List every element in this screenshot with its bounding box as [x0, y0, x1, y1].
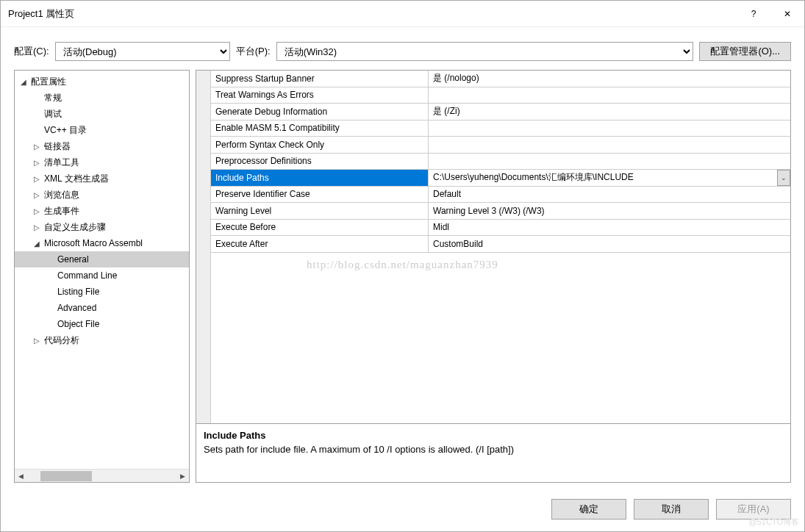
scroll-thumb[interactable]: [40, 471, 92, 481]
chevron-down-icon[interactable]: ⌄: [777, 170, 790, 186]
tree[interactable]: ◢配置属性常规调试VC++ 目录▷链接器▷清单工具▷XML 文档生成器▷浏览信息…: [15, 71, 189, 469]
titlebar: Project1 属性页 ? ✕: [1, 1, 804, 27]
property-value[interactable]: Warning Level 3 (/W3) (/W3): [429, 203, 790, 219]
property-value-text: Warning Level 3 (/W3) (/W3): [433, 206, 545, 216]
property-row[interactable]: Include PathsC:\Users\yuheng\Documents\汇…: [211, 170, 790, 187]
scroll-right-icon[interactable]: ▶: [176, 470, 189, 482]
property-row[interactable]: Treat Warnings As Errors: [211, 87, 790, 104]
property-row[interactable]: Execute BeforeMidl: [211, 220, 790, 237]
property-name: Generate Debug Information: [211, 104, 429, 120]
config-select[interactable]: 活动(Debug): [55, 42, 230, 61]
cancel-button[interactable]: 取消: [634, 499, 709, 520]
property-name: Enable MASM 5.1 Compatibility: [211, 121, 429, 137]
tree-item-manifest-tool[interactable]: ▷清单工具: [15, 154, 189, 170]
tree-item-label: 常规: [41, 92, 62, 104]
expand-arrow-icon[interactable]: ▷: [32, 143, 41, 151]
tree-item-build-events[interactable]: ▷生成事件: [15, 203, 189, 219]
tree-item-linker[interactable]: ▷链接器: [15, 138, 189, 154]
property-value[interactable]: 是 (/nologo): [429, 71, 790, 87]
expand-arrow-icon[interactable]: ▷: [32, 175, 41, 183]
property-value-text: CustomBuild: [433, 239, 483, 249]
tree-item-browse-info[interactable]: ▷浏览信息: [15, 187, 189, 203]
corner-watermark: @51CTO博客: [749, 517, 799, 528]
close-icon: ✕: [784, 9, 791, 19]
property-grid-panel: Suppress Startup Banner是 (/nologo)Treat …: [196, 70, 791, 483]
tree-item-masm[interactable]: ◢Microsoft Macro Assembl: [15, 235, 189, 251]
tree-item-custom-build-step[interactable]: ▷自定义生成步骤: [15, 219, 189, 235]
tree-item-masm-object[interactable]: Object File: [15, 316, 189, 332]
tree-item-label: 浏览信息: [41, 189, 79, 201]
tree-panel: ◢配置属性常规调试VC++ 目录▷链接器▷清单工具▷XML 文档生成器▷浏览信息…: [14, 70, 190, 483]
property-row[interactable]: Preprocessor Definitions: [211, 154, 790, 170]
expand-arrow-icon[interactable]: ▷: [32, 223, 41, 231]
property-value[interactable]: Default: [429, 187, 790, 203]
property-name: Preserve Identifier Case: [211, 187, 429, 203]
property-name: Preprocessor Definitions: [211, 154, 429, 170]
ok-button[interactable]: 确定: [551, 499, 626, 520]
help-icon: ?: [751, 9, 756, 19]
property-row[interactable]: Enable MASM 5.1 Compatibility: [211, 121, 790, 137]
property-row[interactable]: Warning LevelWarning Level 3 (/W3) (/W3): [211, 203, 790, 220]
property-name: Treat Warnings As Errors: [211, 87, 429, 104]
property-name: Execute Before: [211, 220, 429, 236]
scroll-left-icon[interactable]: ◀: [15, 470, 27, 482]
property-row[interactable]: Preserve Identifier CaseDefault: [211, 187, 790, 204]
expand-arrow-icon[interactable]: ◢: [32, 240, 41, 248]
property-value[interactable]: [429, 137, 790, 153]
description-title: Include Paths: [204, 430, 783, 441]
description-panel: Include Paths Sets path for include file…: [196, 423, 790, 482]
property-value-text: Default: [433, 189, 461, 199]
config-manager-button[interactable]: 配置管理器(O)...: [699, 42, 791, 61]
tree-hscrollbar[interactable]: ◀ ▶: [15, 469, 189, 482]
expand-arrow-icon[interactable]: ◢: [19, 78, 28, 86]
footer: 确定 取消 应用(A): [1, 492, 804, 531]
property-value[interactable]: CustomBuild: [429, 236, 790, 252]
expand-arrow-icon[interactable]: ▷: [32, 191, 41, 199]
tree-item-masm-listing[interactable]: Listing File: [15, 284, 189, 300]
expand-arrow-icon[interactable]: ▷: [32, 207, 41, 215]
tree-item-vcpp-dirs[interactable]: VC++ 目录: [15, 122, 189, 138]
config-label: 配置(C):: [14, 45, 49, 58]
property-value[interactable]: [429, 121, 790, 137]
tree-item-label: XML 文档生成器: [41, 173, 109, 185]
tree-item-code-analysis[interactable]: ▷代码分析: [15, 332, 189, 348]
property-grid[interactable]: Suppress Startup Banner是 (/nologo)Treat …: [211, 71, 790, 423]
tree-item-config-properties[interactable]: ◢配置属性: [15, 73, 189, 90]
tree-item-label: 自定义生成步骤: [41, 221, 106, 234]
tree-item-label: 生成事件: [41, 205, 79, 218]
tree-item-masm-cmdline[interactable]: Command Line: [15, 267, 189, 284]
property-row[interactable]: Execute AfterCustomBuild: [211, 236, 790, 253]
property-value[interactable]: [429, 154, 790, 170]
tree-item-label: Advanced: [54, 303, 96, 313]
tree-item-xml-doc[interactable]: ▷XML 文档生成器: [15, 170, 189, 187]
property-row[interactable]: Generate Debug Information是 (/Zi): [211, 104, 790, 121]
property-row[interactable]: Perform Syntax Check Only: [211, 137, 790, 154]
property-value-text: Midl: [433, 222, 449, 232]
platform-select[interactable]: 活动(Win32): [276, 42, 694, 61]
tree-item-general-cfg[interactable]: 常规: [15, 90, 189, 106]
expand-arrow-icon[interactable]: ▷: [32, 337, 41, 345]
property-value[interactable]: [429, 87, 790, 104]
tree-item-debugging[interactable]: 调试: [15, 106, 189, 122]
tree-item-label: 调试: [41, 108, 62, 121]
watermark-text: http://blog.csdn.net/maguanzhan7939: [211, 253, 790, 271]
property-value[interactable]: 是 (/Zi): [429, 104, 790, 120]
tree-item-label: Listing File: [54, 287, 99, 297]
help-button[interactable]: ?: [737, 1, 770, 26]
tree-item-label: Microsoft Macro Assembl: [41, 238, 143, 248]
main-area: ◢配置属性常规调试VC++ 目录▷链接器▷清单工具▷XML 文档生成器▷浏览信息…: [1, 70, 804, 492]
tree-item-label: Object File: [54, 319, 99, 329]
property-row[interactable]: Suppress Startup Banner是 (/nologo): [211, 71, 790, 87]
property-value[interactable]: Midl: [429, 220, 790, 236]
property-name: Include Paths: [211, 170, 429, 186]
property-value[interactable]: C:\Users\yuheng\Documents\汇编环境库\INCLUDE⌄: [429, 170, 790, 186]
tree-item-masm-general[interactable]: General: [15, 251, 189, 267]
tree-item-label: 配置属性: [28, 76, 66, 88]
expand-arrow-icon[interactable]: ▷: [32, 159, 41, 167]
tree-item-label: VC++ 目录: [41, 124, 87, 137]
topbar: 配置(C): 活动(Debug) 平台(P): 活动(Win32) 配置管理器(…: [1, 27, 804, 70]
close-button[interactable]: ✕: [770, 1, 804, 26]
tree-item-label: Command Line: [54, 270, 117, 281]
grid-gutter: [196, 71, 211, 423]
tree-item-masm-advanced[interactable]: Advanced: [15, 300, 189, 316]
